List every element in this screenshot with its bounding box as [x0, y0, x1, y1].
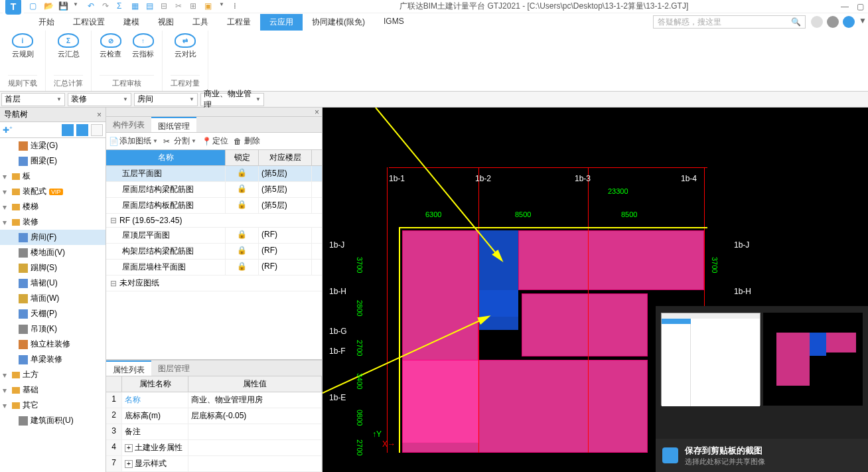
- ribbon-btn-云指标[interactable]: ↑云指标: [132, 33, 154, 59]
- selector-房间[interactable]: 房间▼: [134, 93, 198, 106]
- prop-row[interactable]: 4+土建业务属性: [106, 440, 322, 456]
- toolbar-分割[interactable]: ✂分割▼: [163, 135, 196, 147]
- add-icon[interactable]: ✚+: [3, 125, 13, 135]
- dimension-label: 8500: [515, 210, 531, 218]
- report-icon[interactable]: ▤: [146, 1, 157, 12]
- menu-工程量[interactable]: 工程量: [218, 14, 260, 31]
- ribbon-btn-云规则[interactable]: i云规则: [12, 33, 34, 59]
- tab-图纸管理[interactable]: 图纸管理: [151, 117, 196, 132]
- select-icon[interactable]: ▣: [204, 1, 215, 12]
- close-icon[interactable]: ×: [97, 110, 102, 119]
- prop-row[interactable]: 7+显示样式: [106, 456, 322, 472]
- tree-item[interactable]: 天棚(P): [0, 306, 106, 321]
- expand-icon[interactable]: +: [125, 460, 133, 468]
- menu-IGMS[interactable]: IGMS: [374, 14, 413, 31]
- tree-item[interactable]: 吊顶(K): [0, 321, 106, 337]
- table-row[interactable]: 屋面层结构梁配筋图🔒(第5层): [106, 182, 322, 198]
- dimension-label: 2800: [356, 300, 364, 316]
- toolbar-删除[interactable]: 🗑删除: [234, 135, 260, 147]
- tree-category[interactable]: ▾其它: [0, 398, 106, 413]
- tree-item[interactable]: 建筑面积(U): [0, 413, 106, 428]
- menu-视图[interactable]: 视图: [149, 14, 183, 31]
- help-icon[interactable]: [843, 16, 855, 28]
- tab-图层管理[interactable]: 图层管理: [151, 360, 196, 376]
- table-row[interactable]: 屋面层墙柱平面图🔒(RF): [106, 260, 322, 275]
- tree-item[interactable]: 墙裙(U): [0, 275, 106, 291]
- table-icon[interactable]: ▦: [131, 1, 142, 12]
- menu-工具[interactable]: 工具: [183, 14, 218, 31]
- vip-badge: VIP: [49, 189, 63, 195]
- undo-icon[interactable]: ↶: [88, 1, 98, 12]
- tree-category[interactable]: ▾装配式VIP: [0, 184, 106, 199]
- menu-工程设置[interactable]: 工程设置: [64, 14, 114, 31]
- dimension-label: 3700: [711, 257, 719, 273]
- ribbon-btn-云对比[interactable]: ⇄云对比: [175, 33, 196, 59]
- tab-构件列表[interactable]: 构件列表: [106, 117, 151, 132]
- screenshot-notification[interactable]: 保存到剪贴板的截图 选择此处标记并共享图像: [656, 306, 868, 472]
- tree-item[interactable]: 圈梁(E): [0, 153, 106, 169]
- cut-icon[interactable]: ✂: [175, 1, 186, 12]
- search-input[interactable]: 答疑解惑，搜这里 🔍: [653, 15, 806, 29]
- folder-icon: [12, 204, 20, 210]
- app-logo[interactable]: T: [3, 0, 24, 17]
- expand-icon[interactable]: +: [125, 444, 133, 452]
- prop-row[interactable]: 2底标高(m)层底标高(-0.05): [106, 408, 322, 424]
- ribbon-group-工程对量: ⇄云对比工程对量: [163, 31, 208, 91]
- tree-category[interactable]: ▾楼梯: [0, 199, 106, 214]
- redo-icon[interactable]: ↷: [102, 1, 113, 12]
- tree-category[interactable]: ▾装修: [0, 214, 106, 230]
- tree-item[interactable]: 独立柱装修: [0, 337, 106, 352]
- dropdown-icon[interactable]: ▼: [859, 16, 864, 28]
- prop-row[interactable]: 3备注: [106, 424, 322, 440]
- menu-开始[interactable]: 开始: [29, 14, 64, 31]
- ribbon-btn-云汇总[interactable]: Σ云汇总: [58, 33, 80, 59]
- more-icon[interactable]: ⁞: [234, 1, 244, 12]
- drawing-group[interactable]: ⊟未对应图纸: [106, 275, 322, 291]
- minimize-icon[interactable]: —: [841, 2, 849, 11]
- toolbar-定位[interactable]: 📍定位: [202, 135, 228, 147]
- tree-category[interactable]: ▾土方: [0, 367, 106, 382]
- save-icon[interactable]: 💾: [58, 1, 69, 12]
- table-row[interactable]: 屋顶层平面图🔒(RF): [106, 228, 322, 244]
- selector-首层[interactable]: 首层▼: [1, 93, 65, 106]
- open-icon[interactable]: 📂: [44, 1, 54, 12]
- table-row[interactable]: 五层平面图🔒(第5层): [106, 166, 322, 182]
- menu-云应用[interactable]: 云应用: [260, 14, 303, 31]
- grid-label: 1b-J: [329, 240, 344, 250]
- list-view-icon[interactable]: [62, 124, 74, 136]
- dropdown-icon[interactable]: ▼: [73, 1, 84, 12]
- sum-icon[interactable]: Σ: [117, 1, 127, 12]
- prop-row[interactable]: 1名称商业、物业管理用房: [106, 392, 322, 408]
- grid-label: 1b-G: [329, 327, 347, 336]
- close-icon[interactable]: ×: [312, 108, 322, 116]
- menu-建模[interactable]: 建模: [114, 14, 149, 31]
- avatar-icon[interactable]: [811, 16, 823, 28]
- selector-装修[interactable]: 装修▼: [68, 93, 131, 106]
- ribbon-btn-云检查[interactable]: ⊘云检查: [100, 33, 121, 59]
- new-icon[interactable]: ▢: [29, 1, 40, 12]
- tree-category[interactable]: ▾板: [0, 169, 106, 184]
- dropdown2-icon[interactable]: ▼: [219, 1, 230, 12]
- dimension-label: 23300: [608, 187, 628, 195]
- tree-view-icon[interactable]: [76, 124, 88, 136]
- drawing-group[interactable]: ⊟RF (19.65~23.45): [106, 214, 322, 228]
- tree-item[interactable]: 踢脚(S): [0, 260, 106, 275]
- table-row[interactable]: 构架层结构梁配筋图🔒(RF): [106, 244, 322, 260]
- grid-icon[interactable]: ⊞: [190, 1, 200, 12]
- tree-item[interactable]: 连梁(G): [0, 138, 106, 153]
- tree-category[interactable]: ▾基础: [0, 382, 106, 398]
- maximize-icon[interactable]: ▢: [857, 2, 864, 11]
- menu-协同建模(限免)[interactable]: 协同建模(限免): [303, 14, 374, 31]
- link-icon[interactable]: ⊟: [161, 1, 171, 12]
- grid-label: 1b-3: [575, 174, 591, 183]
- table-row[interactable]: 屋面层结构板配筋图🔒(第5层): [106, 198, 322, 214]
- toolbar-添加图纸[interactable]: 📄添加图纸▼: [109, 135, 158, 147]
- message-icon[interactable]: [827, 16, 839, 28]
- tree-item[interactable]: 墙面(W): [0, 291, 106, 306]
- tab-属性列表[interactable]: 属性列表: [106, 360, 151, 376]
- selector-商业、物业管理[interactable]: 商业、物业管理▼: [200, 93, 264, 106]
- tree-item[interactable]: 房间(F): [0, 230, 106, 245]
- tree-item[interactable]: 单梁装修: [0, 352, 106, 367]
- settings-icon[interactable]: [91, 124, 103, 136]
- tree-item[interactable]: 楼地面(V): [0, 245, 106, 260]
